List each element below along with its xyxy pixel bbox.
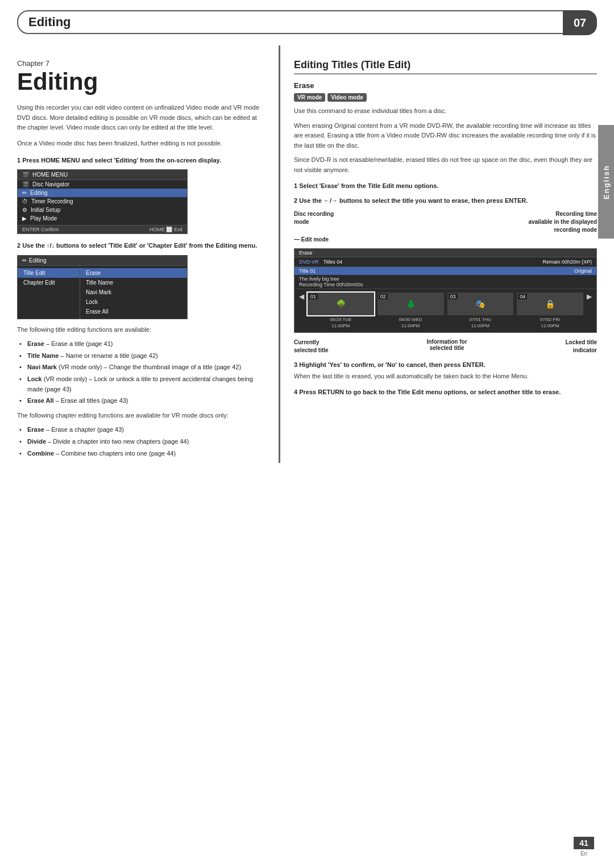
right-column: Editing Titles (Title Edit) Erase VR mod… [279,45,597,463]
title-time-text: Recording Time 00h30m00s [299,282,592,287]
menu-right-col: Erase Title Name Navi Mark Lock Erase Al… [80,266,187,319]
thumb-2: 02 🌲 06/30 WED11:00PM [377,293,444,329]
label-locked: Locked titleindicator [565,339,597,354]
video-mode-badge: Video mode [327,93,367,102]
header-title: Editing [28,15,71,30]
label-disc-recording: Disc recordingmode [294,210,334,234]
erase-step3: 3 Highlight 'Yes' to confirm, or 'No' to… [294,360,597,370]
diagram-bottom-labels: Currentlyselected title Information fors… [294,339,597,354]
erase-screen-header: Erase [294,249,596,257]
following-text: The following title editing functions ar… [17,325,262,335]
home-menu-footer: ENTER Confirm HOME ⬜ Exit [18,225,187,233]
menu-item-disc-navigator: 🎬 Disc Navigator [18,180,187,189]
footer-confirm: ENTER Confirm [22,227,59,232]
left-arrow: ◀ [299,293,304,329]
intro-text-1: Using this recorder you can edit video c… [17,103,262,133]
titles-count: Titles 04 [323,259,343,265]
erase-step2: 2 Use the ←/→ buttons to select the titl… [294,196,597,206]
menu-item-play: ▶ Play Mode [18,214,187,223]
erase-info-row: DVD-VR Titles 04 Remain 00h20m (XP) [294,257,596,267]
home-menu-icon: 🎬 [22,172,29,178]
edit-mode-label-row: — Edit mode [294,236,597,243]
title-desc-text: The lively big tree [299,276,592,282]
thumb-num-2: 02 [379,294,388,299]
chapter-text: The following chapter editing functions … [17,411,262,421]
thumb-4: 04 🔒 07/02 FRI11:00PM [517,293,583,329]
disc-nav-icon: 🎬 [22,181,29,187]
title-bullets: Erase – Erase a title (page 41) Title Na… [17,339,262,406]
menu-erase-all: Erase All [80,307,187,316]
menu-title-edit: Title Edit [18,268,80,278]
step1-instruction: 1 Press HOME MENU and select 'Editing' f… [17,156,262,165]
menu-navi-mark: Navi Mark [80,287,187,297]
timer-icon: ⏱ [22,198,28,205]
thumb-1: 01 🌳 06/29 TUE11:00PM [308,293,374,329]
title-type: Original [574,268,592,274]
dvd-vr-label: DVD-VR [299,259,319,265]
label-recording-time: Recording timeavailable in the displayed… [528,210,597,234]
page-lang: En [580,850,587,857]
english-label: English [602,165,611,199]
menu-item-editing: ✏ Editing [18,189,187,197]
thumb-box-1: 01 🌳 [308,293,374,315]
play-icon: ▶ [22,215,27,222]
menu-item-setup: ⚙ Initial Setup [18,206,187,214]
thumb-box-3: 03 🎭 [447,293,514,315]
header-bar: Editing 07 [17,10,597,34]
title-name: Title 01 [299,268,316,274]
section-title: Editing Titles (Title Edit) [294,59,597,74]
thumb-box-4: 04 🔒 [517,293,583,315]
bullet-combine: Combine – Combine two chapters into one … [24,449,262,459]
page-number: 41 [574,837,594,849]
erase-step4: 4 Press RETURN to go back to the Title E… [294,387,597,397]
erase-step1: 1 Select 'Erase' from the Title Edit men… [294,181,597,191]
page-main-title: Editing [17,69,262,95]
erase-text3: Since DVD-R is not erasable/rewritable, … [294,155,597,175]
erase-sub-title: Erase [294,81,597,90]
thumb-num-4: 04 [518,294,527,299]
thumb-num-3: 03 [449,294,458,299]
menu-left-col: Title Edit Chapter Edit [18,266,80,319]
editing-menu-label: Editing [29,257,47,264]
diagram-top-labels: Disc recordingmode Recording timeavailab… [294,210,597,234]
intro-text-2: Once a Video mode disc has been finalize… [17,139,262,149]
edit-mode-label: — Edit mode [294,236,329,243]
page-footer: 41 En [574,837,594,857]
mode-badges: VR mode Video mode [294,93,597,102]
menu-grid: Title Edit Chapter Edit Erase Title Name… [18,266,187,319]
bullet-erase-all: Erase All – Erase all titles (page 43) [24,396,262,406]
menu-title-name: Title Name [80,278,187,287]
editing-menu-screen: ✏ Editing Title Edit Chapter Edit Erase … [17,255,188,319]
menu-item-timer: ⏱ Timer Recording [18,197,187,206]
editing-menu-icon: ✏ [22,257,27,264]
erase-diagram: Disc recordingmode Recording timeavailab… [294,210,597,354]
remain-time: Remain 00h20m (XP) [542,259,592,265]
erase-text2: When erasing Original content from a VR … [294,121,597,151]
thumb-box-2: 02 🌲 [377,293,444,315]
label-selected-title: Currentlyselected title [294,339,329,354]
bullet-erase: Erase – Erase a title (page 41) [24,339,262,349]
main-content: Chapter 7 Editing Using this recorder yo… [17,45,597,463]
step2-instruction: 2 Use the ↑/↓ buttons to select 'Title E… [17,241,262,251]
erase-screen: Erase DVD-VR Titles 04 Remain 00h20m (XP… [294,248,597,333]
vr-mode-badge: VR mode [294,93,325,102]
left-column: Chapter 7 Editing Using this recorder yo… [17,45,262,463]
thumb-date-2: 06/30 WED11:00PM [377,316,444,329]
thumb-3: 03 🎭 07/01 THU11:00PM [447,293,514,329]
title-info-bar: Title 01 Original [294,267,596,275]
english-sidebar: English [598,125,614,239]
editing-menu-header: ✏ Editing [18,256,187,266]
chapter-bullets: Erase – Erase a chapter (page 43) Divide… [17,425,262,458]
bullet-ch-erase: Erase – Erase a chapter (page 43) [24,425,262,435]
thumb-num-1: 01 [309,294,318,299]
label-info: Information forselected title [426,339,467,354]
footer-exit: HOME ⬜ Exit [150,227,182,232]
title-description: The lively big tree Recording Time 00h30… [294,275,596,289]
bullet-title-name: Title Name – Name or rename a title (pag… [24,351,262,361]
home-menu-header: 🎬 HOME MENU [18,170,187,180]
erase-step3-text: When the last title is erased, you will … [294,372,597,382]
menu-lock: Lock [80,297,187,307]
erase-text1: Use this command to erase individual tit… [294,106,597,116]
right-arrow: ▶ [587,293,592,329]
bullet-navi-mark: Navi Mark (VR mode only) – Change the th… [24,362,262,373]
